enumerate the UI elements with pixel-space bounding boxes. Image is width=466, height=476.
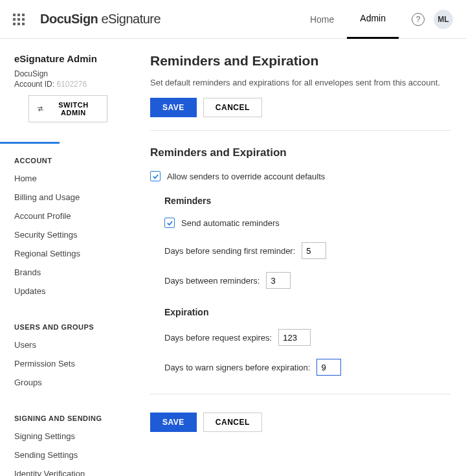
send-auto-checkbox[interactable] xyxy=(164,218,175,228)
nav-home[interactable]: Home xyxy=(297,0,347,39)
page-description: Set default reminders and expirations fo… xyxy=(150,78,450,87)
sidebar-item-sending-settings[interactable]: Sending Settings xyxy=(14,450,122,460)
sidebar-item-signing-settings[interactable]: Signing Settings xyxy=(14,431,122,441)
divider-bottom xyxy=(150,394,450,394)
page-title: Reminders and Expiration xyxy=(150,53,450,69)
sidebar-item-billing[interactable]: Billing and Usage xyxy=(14,192,122,202)
first-reminder-label: Days before sending first reminder: xyxy=(164,246,295,256)
section-title: Reminders and Expiration xyxy=(150,146,450,159)
sidebar-item-account-profile[interactable]: Account Profile xyxy=(14,211,122,221)
logo-sub: eSignature xyxy=(98,12,161,26)
sidebar-item-security[interactable]: Security Settings xyxy=(14,230,122,240)
sidebar: eSignature Admin DocuSign Account ID: 61… xyxy=(0,39,136,476)
expires-label: Days before request expires: xyxy=(164,333,272,343)
save-button-bottom[interactable]: SAVE xyxy=(150,413,197,432)
main-content: Reminders and Expiration Set default rem… xyxy=(136,39,466,476)
switch-admin-button[interactable]: SWITCH ADMIN xyxy=(28,95,107,122)
reminders-heading: Reminders xyxy=(164,196,450,206)
nav-admin[interactable]: Admin xyxy=(347,0,399,39)
save-button-top[interactable]: SAVE xyxy=(150,98,197,117)
sidebar-item-groups[interactable]: Groups xyxy=(14,378,122,387)
sidebar-item-users[interactable]: Users xyxy=(14,340,122,350)
section-account-title: ACCOUNT xyxy=(14,157,122,164)
expiration-heading: Expiration xyxy=(164,307,450,317)
help-icon[interactable]: ? xyxy=(412,13,425,26)
sidebar-item-brands[interactable]: Brands xyxy=(14,267,122,277)
top-nav: Home Admin ? ML xyxy=(297,0,453,39)
first-reminder-input[interactable] xyxy=(302,242,326,259)
sidebar-item-regional[interactable]: Regional Settings xyxy=(14,249,122,258)
sidebar-item-home[interactable]: Home xyxy=(14,174,122,183)
warn-input[interactable] xyxy=(316,359,341,376)
section-account: ACCOUNT Home Billing and Usage Account P… xyxy=(0,144,136,310)
between-reminders-input[interactable] xyxy=(266,272,291,289)
sidebar-title: eSignature Admin xyxy=(14,53,122,64)
divider xyxy=(150,130,450,131)
section-signing-title: SIGNING AND SENDING xyxy=(14,414,122,422)
section-signing: SIGNING AND SENDING Signing Settings Sen… xyxy=(0,402,136,476)
cancel-button-top[interactable]: CANCEL xyxy=(203,98,262,117)
logo: DocuSign eSignature xyxy=(40,12,161,27)
swap-icon xyxy=(37,106,44,112)
section-users: USERS AND GROUPS Users Permission Sets G… xyxy=(0,310,136,402)
between-reminders-label: Days between reminders: xyxy=(164,276,260,286)
sidebar-item-updates[interactable]: Updates xyxy=(14,286,122,296)
top-bar: DocuSign eSignature Home Admin ? ML xyxy=(0,0,466,39)
apps-grid-icon[interactable] xyxy=(13,14,25,25)
sidebar-account: Account ID: 6102276 xyxy=(14,80,122,89)
sidebar-item-permission-sets[interactable]: Permission Sets xyxy=(14,359,122,368)
sidebar-item-identity-verification[interactable]: Identity Verification xyxy=(14,469,122,476)
check-icon xyxy=(152,173,159,180)
cancel-button-bottom[interactable]: CANCEL xyxy=(203,413,262,432)
sidebar-org: DocuSign xyxy=(14,69,122,78)
send-auto-label: Send automatic reminders xyxy=(181,218,280,228)
allow-override-checkbox[interactable] xyxy=(150,171,161,181)
warn-label: Days to warn signers before expiration: xyxy=(164,363,310,372)
allow-override-label: Allow senders to override account defaul… xyxy=(167,172,325,181)
expires-input[interactable] xyxy=(278,329,311,346)
section-users-title: USERS AND GROUPS xyxy=(14,323,122,331)
avatar[interactable]: ML xyxy=(434,10,453,29)
check-icon xyxy=(166,220,173,227)
logo-main: DocuSign xyxy=(40,12,98,26)
